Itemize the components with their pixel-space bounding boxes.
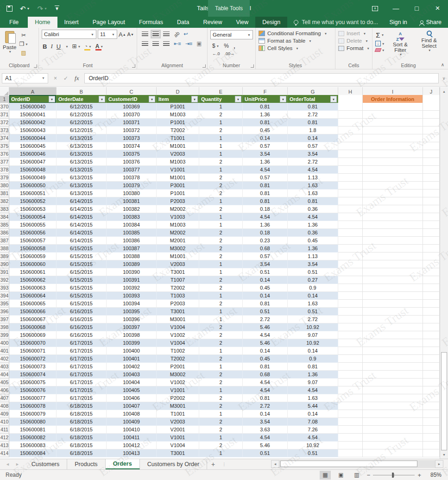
cell-G390[interactable]: 3.54 bbox=[288, 260, 338, 268]
filter-button-orderdate[interactable]: ▼ bbox=[99, 96, 105, 102]
cell-B405[interactable]: 6/17/2015 bbox=[57, 379, 107, 386]
cell-A377[interactable]: 150600047 bbox=[9, 158, 57, 166]
cell-G399[interactable]: 9.07 bbox=[288, 331, 338, 339]
table-header-customerid[interactable]: CustomerID▼ bbox=[107, 95, 157, 103]
cell-E378[interactable]: 1 bbox=[199, 166, 243, 174]
cell-J377[interactable] bbox=[423, 158, 440, 166]
cell-C381[interactable]: 100380 bbox=[107, 189, 157, 197]
row-header-410[interactable]: 410 bbox=[0, 418, 9, 426]
cell-C405[interactable]: 100404 bbox=[107, 379, 157, 386]
cell-A409[interactable]: 150600079 bbox=[9, 410, 57, 418]
row-header-374[interactable]: 374 bbox=[0, 134, 9, 142]
cell-B381[interactable]: 6/13/2015 bbox=[57, 189, 107, 197]
expand-formula-bar-icon[interactable]: ∨ bbox=[440, 76, 448, 81]
cell-A379[interactable]: 150600049 bbox=[9, 174, 57, 182]
filter-button-quantity[interactable]: ▼ bbox=[235, 96, 241, 102]
cell-B376[interactable]: 6/13/2015 bbox=[57, 150, 107, 158]
cell-B377[interactable]: 6/13/2015 bbox=[57, 158, 107, 166]
orientation-button[interactable]: ab bbox=[173, 30, 181, 38]
cell-D406[interactable]: V1001 bbox=[157, 386, 199, 394]
row-header-412[interactable]: 412 bbox=[0, 434, 9, 442]
cell-C413[interactable]: 100412 bbox=[107, 442, 157, 449]
row-header-375[interactable]: 375 bbox=[0, 142, 9, 150]
close-button[interactable]: × bbox=[427, 0, 448, 17]
cell-J371[interactable] bbox=[423, 111, 440, 119]
cell-E401[interactable]: 1 bbox=[199, 347, 243, 355]
page-break-view-button[interactable]: ▥ bbox=[351, 471, 362, 480]
cell-C398[interactable]: 100397 bbox=[107, 323, 157, 331]
cell-I370[interactable] bbox=[363, 103, 423, 111]
filter-button-ordertotal[interactable]: ▼ bbox=[330, 96, 337, 102]
cell-B413[interactable]: 6/18/2015 bbox=[57, 442, 107, 449]
table-header-quantity[interactable]: Quantity▼ bbox=[199, 95, 243, 103]
maximize-button[interactable]: □ bbox=[406, 0, 427, 17]
cell-H398[interactable] bbox=[338, 323, 363, 331]
cell-E370[interactable]: 1 bbox=[199, 103, 243, 111]
cell-D413[interactable]: V1004 bbox=[157, 442, 199, 449]
row-header-382[interactable]: 382 bbox=[0, 197, 9, 205]
decrease-font-size-button[interactable]: A▼ bbox=[127, 32, 134, 37]
cell-G407[interactable]: 1.63 bbox=[288, 394, 338, 402]
cell-I383[interactable] bbox=[363, 205, 423, 213]
cell-H390[interactable] bbox=[338, 260, 363, 268]
delete-cells-button[interactable]: Delete▼ bbox=[338, 38, 370, 44]
cell-F411[interactable]: 3.63 bbox=[243, 426, 288, 434]
cell-I414[interactable] bbox=[363, 449, 423, 457]
cell-G412[interactable]: 4.54 bbox=[288, 434, 338, 442]
cell-C385[interactable]: 100384 bbox=[107, 221, 157, 229]
normal-view-button[interactable]: ▦ bbox=[320, 471, 331, 480]
collapse-ribbon-button[interactable]: ∧ bbox=[441, 62, 444, 67]
sort-filter-button[interactable]: AZ Sort & Filter ▼ bbox=[388, 30, 412, 62]
cell-E407[interactable]: 2 bbox=[199, 394, 243, 402]
filter-button-item[interactable]: ▼ bbox=[191, 96, 198, 102]
cell-D394[interactable]: T1003 bbox=[157, 292, 199, 300]
cell-J407[interactable] bbox=[423, 394, 440, 402]
sheet-tab-products[interactable]: Products bbox=[67, 459, 105, 469]
cell-G377[interactable]: 2.72 bbox=[288, 158, 338, 166]
cell-D389[interactable]: M1001 bbox=[157, 253, 199, 260]
cell-E405[interactable]: 2 bbox=[199, 379, 243, 386]
decrease-indent-button[interactable]: ⇤≡ bbox=[174, 41, 181, 47]
cell-C390[interactable]: 100389 bbox=[107, 260, 157, 268]
minimize-button[interactable]: — bbox=[385, 0, 406, 17]
cell-G411[interactable]: 7.26 bbox=[288, 426, 338, 434]
cell-I400[interactable] bbox=[363, 339, 423, 347]
cell-F380[interactable]: 0.81 bbox=[243, 182, 288, 189]
ribbon-tab-design[interactable]: Design bbox=[255, 17, 287, 28]
cell-J384[interactable] bbox=[423, 213, 440, 221]
cell-E409[interactable]: 1 bbox=[199, 410, 243, 418]
cell-H393[interactable] bbox=[338, 284, 363, 292]
cell-J378[interactable] bbox=[423, 166, 440, 174]
cell-I398[interactable] bbox=[363, 323, 423, 331]
cell-D409[interactable]: T1001 bbox=[157, 410, 199, 418]
cell-A392[interactable]: 150600062 bbox=[9, 276, 57, 284]
cell-A385[interactable]: 150600055 bbox=[9, 221, 57, 229]
cell-D410[interactable]: V2003 bbox=[157, 418, 199, 426]
cell-C386[interactable]: 100385 bbox=[107, 229, 157, 237]
cell-G380[interactable]: 1.63 bbox=[288, 182, 338, 189]
cell-J398[interactable] bbox=[423, 323, 440, 331]
align-left-button[interactable] bbox=[142, 41, 148, 46]
cell-D386[interactable]: M2002 bbox=[157, 229, 199, 237]
cell-A372[interactable]: 150600042 bbox=[9, 119, 57, 126]
cell-A389[interactable]: 150600059 bbox=[9, 253, 57, 260]
cell-J412[interactable] bbox=[423, 434, 440, 442]
cell-G408[interactable]: 5.44 bbox=[288, 402, 338, 410]
ribbon-tab-insert[interactable]: Insert bbox=[57, 17, 86, 28]
cell-B385[interactable]: 6/14/2015 bbox=[57, 221, 107, 229]
cell-I371[interactable] bbox=[363, 111, 423, 119]
cell-B384[interactable]: 6/14/2015 bbox=[57, 213, 107, 221]
cell-A388[interactable]: 150600058 bbox=[9, 245, 57, 253]
scroll-up-icon[interactable]: ▲ bbox=[440, 87, 448, 95]
cell-J413[interactable] bbox=[423, 442, 440, 449]
cell-G371[interactable]: 2.72 bbox=[288, 111, 338, 119]
cell-D376[interactable]: V2003 bbox=[157, 150, 199, 158]
cell-B391[interactable]: 6/15/2015 bbox=[57, 268, 107, 276]
cell-E399[interactable]: 2 bbox=[199, 331, 243, 339]
cell-A412[interactable]: 150600082 bbox=[9, 434, 57, 442]
cell-B383[interactable]: 6/14/2015 bbox=[57, 205, 107, 213]
cell-J390[interactable] bbox=[423, 260, 440, 268]
cell-B387[interactable]: 6/14/2015 bbox=[57, 237, 107, 245]
cell-E377[interactable]: 2 bbox=[199, 158, 243, 166]
cell-H372[interactable] bbox=[338, 119, 363, 126]
